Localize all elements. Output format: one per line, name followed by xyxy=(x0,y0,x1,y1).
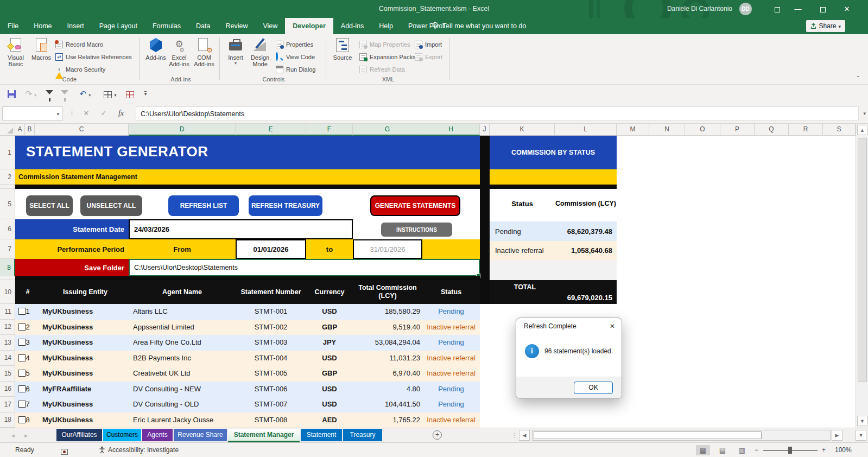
row-header[interactable]: 13 xyxy=(0,335,15,351)
column-header[interactable]: E xyxy=(236,124,306,136)
cell-issuing-entity[interactable]: MyUKbusiness xyxy=(42,397,93,412)
properties-button[interactable]: Properties xyxy=(276,39,313,49)
confirm-entry-icon[interactable]: ✓ xyxy=(97,106,111,120)
source-button[interactable]: Source xyxy=(330,37,355,79)
cell-num[interactable]: 5 xyxy=(21,366,35,382)
cell-agent-name[interactable]: Area Fifty One Co.Ltd xyxy=(133,335,201,351)
cell-amount[interactable]: 9,519.40 xyxy=(331,320,420,335)
cell-amount[interactable]: 185,580.29 xyxy=(331,304,420,320)
select-all-button[interactable]: SELECT ALL xyxy=(26,195,73,216)
sheet-tab-revenue-share[interactable]: Revenue Share xyxy=(174,429,227,441)
cell-statement-number[interactable]: STMT-005 xyxy=(236,366,306,382)
status-panel-empty-row[interactable] xyxy=(490,260,617,280)
column-header[interactable]: F xyxy=(306,124,353,136)
cell-status[interactable]: Pending xyxy=(422,304,480,320)
from-date-field[interactable]: 01/01/2026 xyxy=(236,239,306,259)
macro-record-icon[interactable] xyxy=(61,446,68,457)
refresh-list-button[interactable]: REFRESH LIST xyxy=(168,195,239,216)
cell-issuing-entity[interactable]: MyUKbusiness xyxy=(42,412,93,428)
cell-issuing-entity[interactable]: MyUKbusiness xyxy=(42,351,93,366)
row-header[interactable]: 7 xyxy=(0,239,15,259)
restore-button[interactable] xyxy=(814,0,832,18)
refresh-treasury-button[interactable]: REFRESH TREASURY xyxy=(249,195,322,216)
dialog-close-icon[interactable]: ✕ xyxy=(603,318,622,334)
sheet-nav-right-icon[interactable]: ▸ xyxy=(21,428,31,442)
formula-input[interactable]: C:\Users\Ulor\Desktop\Statements xyxy=(136,106,859,120)
cell-agent-name[interactable]: B2B Payments Inc xyxy=(133,351,191,366)
sheet-tab-agents[interactable]: Agents xyxy=(142,429,173,441)
page-layout-view-icon[interactable]: ▤ xyxy=(715,445,730,455)
column-header[interactable]: M xyxy=(617,124,649,136)
table-row[interactable]: 2 MyUKbusiness Appssential Limited STMT-… xyxy=(15,320,480,335)
tab-help[interactable]: Help xyxy=(371,18,401,34)
cell-num[interactable]: 8 xyxy=(21,412,35,428)
sheet-tab-ouraffiliates[interactable]: OurAffiliates xyxy=(56,429,102,441)
cell-num[interactable]: 2 xyxy=(21,320,35,335)
sheet-tab-statement[interactable]: Statement xyxy=(301,429,342,441)
import-button[interactable]: Import xyxy=(415,39,442,49)
tab-file[interactable]: File xyxy=(0,18,26,34)
column-header[interactable]: H xyxy=(422,124,480,136)
collapse-ribbon-icon[interactable]: ⌃ xyxy=(856,75,860,81)
select-all-corner[interactable] xyxy=(0,124,15,136)
row-header[interactable]: 1 xyxy=(0,136,15,169)
sheet-tab-statement-manager[interactable]: Statement Manager xyxy=(228,429,300,442)
row-header[interactable]: 12 xyxy=(0,320,15,335)
record-macro-button[interactable]: Record Macro xyxy=(55,39,103,49)
tab-view[interactable]: View xyxy=(255,18,285,34)
avatar[interactable]: DD xyxy=(739,3,752,15)
name-box-dropdown-icon[interactable]: ▾ xyxy=(56,111,59,117)
cell-num[interactable]: 6 xyxy=(21,382,35,397)
share-button[interactable]: Share▾ xyxy=(806,20,845,32)
cell-statement-number[interactable]: STMT-006 xyxy=(236,382,306,397)
column-header[interactable]: J xyxy=(480,124,490,136)
cell-issuing-entity[interactable]: MyUKbusiness xyxy=(42,320,93,335)
name-box[interactable]: ▾ xyxy=(2,106,63,120)
tab-home[interactable]: Home xyxy=(26,18,59,34)
cell-issuing-entity[interactable]: MyUKbusiness xyxy=(42,366,93,382)
customize-qat-icon[interactable]: ▾ xyxy=(140,88,151,100)
add-ins-button[interactable]: Add-ins xyxy=(144,37,167,79)
use-relative-references-button[interactable]: ⇄Use Relative References xyxy=(55,52,132,62)
column-header[interactable]: S xyxy=(823,124,856,136)
vscroll-bottom-icon[interactable]: ▼ xyxy=(856,430,866,441)
table-tool-icon[interactable]: ▾ xyxy=(101,88,119,100)
column-header[interactable]: K xyxy=(490,124,555,136)
row-header[interactable]: 5 xyxy=(0,189,15,219)
cell-num[interactable]: 7 xyxy=(21,397,35,412)
scrollbar-splitter[interactable]: ⋮ xyxy=(511,432,517,439)
ok-button[interactable]: OK xyxy=(574,382,613,394)
cell-statement-number[interactable]: STMT-003 xyxy=(236,335,306,351)
sheet-tab-treasury[interactable]: Treasury xyxy=(343,429,382,441)
cell-amount[interactable]: 4.80 xyxy=(331,382,420,397)
column-header[interactable]: C xyxy=(35,124,129,136)
cell-status[interactable]: Pending xyxy=(422,335,480,351)
row-header[interactable]: 11 xyxy=(0,304,15,320)
tab-developer[interactable]: Developer xyxy=(285,18,333,34)
cell-agent-name[interactable]: Creativebit UK Ltd xyxy=(133,366,191,382)
cell-num[interactable]: 3 xyxy=(21,335,35,351)
cell-statement-number[interactable]: STMT-008 xyxy=(236,412,306,428)
tab-review[interactable]: Review xyxy=(218,18,255,34)
column-header[interactable]: A xyxy=(15,124,25,136)
view-code-button[interactable]: View Code xyxy=(276,52,315,62)
cell-amount[interactable]: 6,970.40 xyxy=(331,366,420,382)
ribbon-display-options-icon[interactable] xyxy=(768,0,787,18)
row-header[interactable]: 8 xyxy=(0,259,15,276)
cell-agent-name[interactable]: Appssential Limited xyxy=(133,320,194,335)
column-header[interactable]: Q xyxy=(755,124,789,136)
row-header[interactable]: 16 xyxy=(0,382,15,397)
cell-issuing-entity[interactable]: MyUKbusiness xyxy=(42,304,93,320)
row-header[interactable]: 14 xyxy=(0,351,15,366)
user-name[interactable]: Daniele Di Carlantonio xyxy=(667,0,732,18)
filter-icon[interactable] xyxy=(43,88,55,100)
tab-add-ins[interactable]: Add-ins xyxy=(333,18,371,34)
excel-add-ins-button[interactable]: ⚙⚙ Excel Add-ins xyxy=(166,37,192,79)
expansion-packs-button[interactable]: Expansion Packs xyxy=(359,52,415,62)
column-header[interactable]: G xyxy=(353,124,422,136)
table-row[interactable]: 7 MyUKbusiness DV Consulting - OLD STMT-… xyxy=(15,397,480,412)
sheet-nav-left-icon[interactable]: ◂ xyxy=(8,428,18,442)
cell-amount[interactable]: 1,765.22 xyxy=(331,412,420,428)
cell-agent-name[interactable]: DV Consulting - NEW xyxy=(133,382,201,397)
cell-amount[interactable]: 104,441.50 xyxy=(331,397,420,412)
